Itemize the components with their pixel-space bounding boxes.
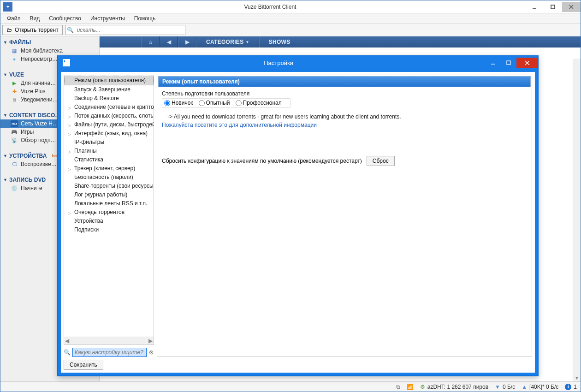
tree-item-rss[interactable]: Локальные ленты RSS и т.п. xyxy=(64,199,154,208)
globe-icon: ⚙ xyxy=(420,384,425,390)
sidebar-item-label: Для начина… xyxy=(21,80,56,86)
tree-item-stats[interactable]: Статистика xyxy=(64,155,154,164)
statusbar: ⧉ 📶 ⚙azDHT: 1 262 607 пиров ▼0 Б/с ▲[40K… xyxy=(0,381,581,392)
status-dht-text: azDHT: 1 262 607 пиров xyxy=(427,384,488,390)
settings-dialog: ✦ Настройки Режим (опыт пользователя) За… xyxy=(57,55,539,376)
nav-categories[interactable]: CATEGORIES▼ xyxy=(196,36,259,48)
sidebar-item-label: Игры xyxy=(21,129,34,135)
scroll-left-icon: ◀ xyxy=(65,338,69,344)
window-controls xyxy=(525,2,581,12)
scrollbar-vertical[interactable]: ▼ xyxy=(573,59,581,381)
settings-tree: Режим (опыт пользователя) Запуск & Завер… xyxy=(64,75,154,345)
radio-advanced[interactable]: Профессионал xyxy=(236,100,282,106)
status-down-text: 0 Б/с xyxy=(503,384,515,390)
tree-item-files[interactable]: Файлы (пути, диски, быстродейс… xyxy=(64,120,154,129)
menu-file[interactable]: Файл xyxy=(3,14,24,23)
nav-strip: ⌂ ◀ ▶ CATEGORIES▼ SHOWS xyxy=(100,36,581,48)
down-arrow-icon: ▼ xyxy=(495,384,500,390)
titlebar: ✦ Vuze Bittorrent Client xyxy=(0,0,581,13)
radio-label: Новичок xyxy=(172,100,193,106)
tree-item-mode[interactable]: Режим (опыт пользователя) xyxy=(64,76,154,85)
maximize-button[interactable] xyxy=(544,2,562,12)
library-icon: ▦ xyxy=(11,48,18,54)
tree-item-plugins[interactable]: Плагины xyxy=(64,147,154,155)
radio-beginner-input[interactable] xyxy=(164,100,170,106)
tree-item-sharing[interactable]: Share-торренты (свои ресурсы) xyxy=(64,182,154,190)
radio-intermediate[interactable]: Опытный xyxy=(199,100,230,106)
search-icon: 🔍 xyxy=(64,349,71,356)
rss-icon: 📡 xyxy=(11,137,18,143)
sidebar-item-label: Моя библиотека xyxy=(21,48,63,54)
minimize-button[interactable] xyxy=(525,2,544,12)
tree-item-tracker[interactable]: Трекер (клиент, сервер) xyxy=(64,164,154,173)
open-torrent-label: Открыть торрент xyxy=(15,27,59,33)
search-input[interactable] xyxy=(75,27,185,33)
status-download[interactable]: ▼0 Б/с xyxy=(495,384,515,390)
tree-item-connection[interactable]: Соединение (сетевые и крипто на… xyxy=(64,103,154,112)
radio-intermediate-input[interactable] xyxy=(199,100,205,106)
tree-item-startup[interactable]: Запуск & Завершение xyxy=(64,85,154,94)
save-button[interactable]: Сохранить xyxy=(64,360,103,370)
status-wifi-icon[interactable]: 📶 xyxy=(407,384,414,390)
sidebar-section-files[interactable]: ФАЙЛЫ xyxy=(0,37,99,47)
radio-advanced-input[interactable] xyxy=(236,100,242,106)
reset-button[interactable]: Сброс xyxy=(367,156,395,166)
folder-open-icon: 🗁 xyxy=(6,27,12,33)
hd-icon: HD xyxy=(11,120,18,127)
user-level-radios: Новичок Опытный Профессионал xyxy=(162,98,290,108)
tree-item-devices[interactable]: Устройства xyxy=(64,217,154,226)
tree-item-interface[interactable]: Интерфейс (язык, вид, окна) xyxy=(64,129,154,138)
menu-view[interactable]: Вид xyxy=(26,14,44,23)
info-icon: i xyxy=(565,384,571,390)
tree-item-ipfilters[interactable]: IP-фильтры xyxy=(64,138,154,147)
settings-search-input[interactable] xyxy=(72,348,147,357)
status-upload[interactable]: ▲[40K]* 0 Б/с xyxy=(522,384,558,390)
dialog-close-button[interactable] xyxy=(516,58,538,68)
more-info-link[interactable]: Пожалуйста посетите это для дополнительн… xyxy=(162,122,527,128)
reset-config-row: Сбросить конфигурацию к значениям по умо… xyxy=(162,156,527,166)
search-icon: 🔍 xyxy=(66,27,75,33)
level-description: -> All you need to download torrents - g… xyxy=(167,113,527,120)
dialog-titlebar: ✦ Настройки xyxy=(58,56,538,69)
menu-tools[interactable]: Инструменты xyxy=(87,14,129,23)
settings-search-reset[interactable]: ⊗ xyxy=(148,349,154,356)
tree-item-logging[interactable]: Лог (журнал работы) xyxy=(64,190,154,199)
menu-help[interactable]: Помощь xyxy=(130,14,159,23)
radio-beginner[interactable]: Новичок xyxy=(164,100,193,106)
settings-search-row: 🔍 ⊗ xyxy=(64,348,154,357)
close-button[interactable] xyxy=(562,2,581,12)
status-copy-icon[interactable]: ⧉ xyxy=(396,384,400,390)
dialog-maximize-button[interactable] xyxy=(501,58,516,68)
tree-horizontal-scrollbar[interactable]: ◀▶ xyxy=(64,337,154,344)
status-up-text: [40K]* 0 Б/с xyxy=(529,384,558,390)
sidebar-item-label: Воспроизве… xyxy=(21,161,57,167)
scroll-down-icon: ▼ xyxy=(575,375,579,380)
search-field: 🔍 xyxy=(65,25,185,35)
nav-chip-label: SHOWS xyxy=(269,39,290,45)
menu-community[interactable]: Сообщество xyxy=(45,14,85,23)
svg-rect-1 xyxy=(551,5,555,9)
app-icon: ✦ xyxy=(3,2,12,12)
monitor-icon: 🖵 xyxy=(11,161,18,167)
sidebar-item-library[interactable]: ▦Моя библиотека xyxy=(0,47,99,55)
dialog-minimize-button[interactable] xyxy=(485,58,501,68)
tree-item-backup[interactable]: Backup & Restore xyxy=(64,94,154,103)
nav-home-button[interactable]: ⌂ xyxy=(141,36,160,48)
window-title: Vuze Bittorrent Client xyxy=(15,4,525,10)
open-torrent-button[interactable]: 🗁 Открыть торрент xyxy=(2,25,63,35)
radio-label: Опытный xyxy=(206,100,230,106)
games-icon: 🎮 xyxy=(11,129,18,135)
nav-forward-button[interactable]: ▶ xyxy=(178,36,196,48)
nav-shows[interactable]: SHOWS xyxy=(259,36,300,48)
tree-item-transfer[interactable]: Поток данных (скорость, слоты) xyxy=(64,112,154,120)
sidebar-section-label: УСТРОЙСТВА xyxy=(9,153,47,159)
user-level-legend: Степень подготовки пользователя xyxy=(162,90,527,97)
tree-item-security[interactable]: Безопасность (пароли) xyxy=(64,173,154,182)
tree-item-subscriptions[interactable]: Подписки xyxy=(64,226,154,234)
sidebar-item-label: Сеть Vuze H… xyxy=(21,120,58,127)
menubar: Файл Вид Сообщество Инструменты Помощь xyxy=(0,13,581,24)
nav-back-button[interactable]: ◀ xyxy=(160,36,178,48)
tree-item-queue[interactable]: Очередь торрентов xyxy=(64,208,154,217)
status-friends[interactable]: i1 xyxy=(565,384,577,390)
status-dht[interactable]: ⚙azDHT: 1 262 607 пиров xyxy=(420,384,488,390)
